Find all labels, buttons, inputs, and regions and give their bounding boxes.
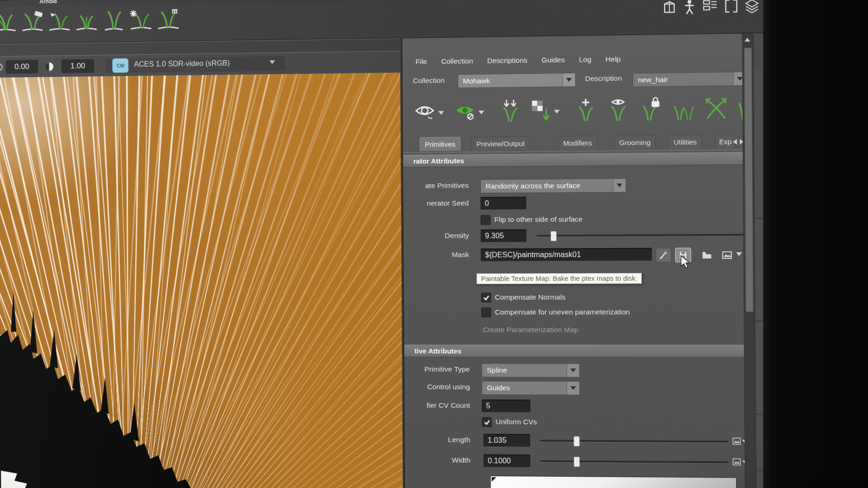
tab-modifiers[interactable]: Modifiers [558,136,597,150]
xgen-grass-edit-icon[interactable] [74,8,99,34]
compensate-normals-checkbox[interactable] [481,293,491,303]
slider-track [540,460,729,464]
width-slider-handle[interactable] [574,457,580,467]
tab-grooming[interactable]: Grooming [614,135,656,150]
description-dropdown[interactable]: new_hair [632,72,746,87]
primitive-type-dropdown[interactable]: Spline [481,363,580,377]
generator-attributes-header[interactable]: rator Attributes [403,152,743,168]
guides-pair-icon[interactable] [671,96,695,122]
texture-map-button[interactable] [719,248,735,262]
control-using-value: Guides [487,384,510,392]
tab-utilities[interactable]: Utilities [668,135,702,149]
add-primitives-icon[interactable] [574,97,598,122]
toggle-preview-icon[interactable] [454,100,476,122]
control-using-label: Control using [405,383,470,391]
compensate-uneven-label: Compensate for uneven parameterization [495,308,630,316]
cv-count-row: fier CV Count 5 [405,399,746,415]
xgen-grass-trim-icon[interactable] [20,9,45,35]
length-input[interactable]: 1.035 [483,434,530,446]
menu-help[interactable]: Help [605,55,621,64]
width-ramp-widget[interactable] [490,476,736,488]
generator-seed-input[interactable]: 0 [481,197,526,209]
editor-panels-icon[interactable] [703,0,718,14]
tab-label: Utilities [674,138,697,146]
menu-descriptions[interactable]: Descriptions [487,56,528,65]
tab-bar: Primitives Preview/Output Modifiers Groo… [403,134,744,153]
collection-dropdown[interactable]: Mohawk [458,73,576,88]
xgen-window: File Collection Descriptions Guides Log … [401,33,746,488]
convert-arrows-icon[interactable] [703,96,727,122]
xgen-grass-place-icon[interactable] [47,8,72,35]
xgen-grass-tall-icon[interactable] [101,8,127,34]
description-label: Description [585,74,622,83]
preview-eye-icon[interactable] [414,101,436,122]
tab-primitives[interactable]: Primitives [420,137,460,151]
chevron-down-icon[interactable] [554,110,560,113]
uniform-cvs-row: Uniform CVs [405,416,746,432]
uniform-cvs-checkbox[interactable] [482,417,492,427]
xgen-grass-groom-icon[interactable] [156,7,181,34]
ramp-marker[interactable] [492,477,496,482]
layout-brackets-icon[interactable] [725,0,738,14]
xgen-grass-freeze-icon[interactable] [128,7,154,34]
gamma-contrast-icon[interactable] [44,61,54,72]
flip-checkbox[interactable] [481,215,491,225]
mask-value: ${DESC}/paintmaps/mask01 [485,250,581,259]
generate-primitives-label: ate Primitives [403,181,469,190]
tab-scroll-left-icon[interactable] [733,139,737,145]
generate-primitives-dropdown[interactable]: Randomly across the surface [481,178,626,193]
outliner-icon[interactable] [662,0,677,15]
primitive-type-value: Spline [487,366,507,375]
map-button-icon[interactable] [733,458,741,466]
length-slider-handle[interactable] [574,436,580,446]
cv-count-input[interactable]: 5 [482,399,530,412]
browse-mask-button[interactable] [698,248,714,262]
chevron-down-icon[interactable] [479,111,485,114]
density-row: Density 9.305 [403,228,745,244]
exposure-icon[interactable] [0,63,3,71]
viewport-render[interactable] [0,73,403,488]
chevron-down-icon [562,73,575,86]
color-management-badge[interactable]: CM [112,58,128,73]
compensate-uneven-checkbox[interactable] [481,308,491,318]
chevron-down-icon[interactable] [438,111,443,115]
length-slider[interactable] [540,436,729,446]
character-icon[interactable] [683,0,696,15]
density-slider[interactable] [536,230,744,240]
menu-guides[interactable]: Guides [542,56,565,64]
chevron-down-icon[interactable] [736,252,742,256]
show-primitives-icon[interactable] [606,97,630,122]
exposure-field[interactable]: 0.00 [6,60,38,74]
primitive-attributes-header[interactable]: tive Attributes [404,345,745,357]
menu-arnold[interactable]: Arnold [39,0,57,5]
width-slider[interactable] [540,456,729,467]
density-slider-handle[interactable] [551,231,557,241]
tab-expressions-cut[interactable]: Exp [715,134,736,149]
scroll-down-icon[interactable] [746,486,754,488]
xgen-grass-paint-icon[interactable] [0,9,18,36]
menu-collection[interactable]: Collection [441,57,473,66]
layers-icon[interactable] [745,0,759,14]
menu-file[interactable]: File [415,57,427,66]
scroll-up-icon[interactable] [744,35,751,44]
update-primitives-icon[interactable] [498,98,522,123]
density-input[interactable]: 9.305 [481,229,526,242]
tab-preview-output[interactable]: Preview/Output [471,136,530,150]
lock-primitives-icon[interactable] [638,97,662,122]
check-icon [484,419,491,425]
colorspace-dropdown-caret[interactable] [269,61,275,64]
generator-seed-label: nerator Seed [403,199,469,207]
create-parameterization-button[interactable]: Create Parameterization Map [483,326,578,334]
mask-input[interactable]: ${DESC}/paintmaps/mask01 [481,248,652,261]
svg-text:%: % [664,251,667,254]
paint-mask-button[interactable]: % [656,248,671,262]
control-using-dropdown[interactable]: Guides [481,381,580,395]
map-button-icon[interactable] [732,437,741,445]
mask-row: Mask ${DESC}/paintmaps/mask01 % [404,248,745,263]
colorspace-label[interactable]: ACES 1.0 SDR-video (sRGB) [134,59,230,69]
menu-log[interactable]: Log [579,55,591,64]
scrollbar-thumb[interactable] [744,47,754,312]
bake-checker-icon[interactable] [528,98,552,123]
width-input[interactable]: 0.1000 [484,454,530,467]
gamma-field[interactable]: 1.00 [61,59,94,73]
